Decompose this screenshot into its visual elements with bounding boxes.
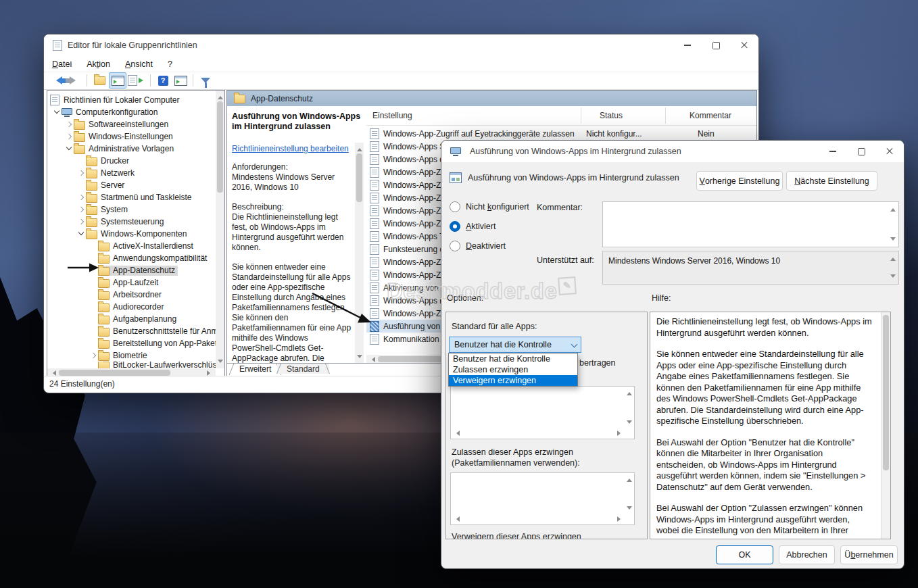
radio-icon[interactable] [450,201,460,212]
radio-icon[interactable] [450,241,460,251]
tree-item-benutzerschnittstelle[interactable]: Benutzerschnittstelle für Anmeldeinforma… [47,325,224,337]
radio-nicht-konfiguriert[interactable]: Nicht konfiguriert [450,201,529,212]
tree-item-startmenu-taskleiste[interactable]: Startmenü und Taskleiste [47,191,224,203]
list-item[interactable]: Windows-App-Zugriff auf Eyetrackinggerät… [366,127,756,140]
next-setting-button[interactable]: Nächste Einstellung [786,171,877,191]
radio-aktiviert[interactable]: Aktiviert [450,221,496,232]
back-icon[interactable] [49,73,65,88]
previous-setting-button[interactable]: Vorherige Einstellung [696,171,783,191]
maximize-icon[interactable] [847,141,875,162]
chevron-down-icon[interactable] [65,143,74,154]
close-icon[interactable] [730,34,758,56]
dropdown-item-verweigern-erzwingen[interactable]: Verweigern erzwingen [449,375,577,386]
scroll-down-icon[interactable] [218,360,223,366]
tree-item-arbeitsordner[interactable]: Arbeitsordner [47,289,224,301]
menu-aktion[interactable]: Aktion [87,59,110,69]
tree-item-audiorecorder[interactable]: Audiorecorder [47,301,224,313]
scroll-down-icon[interactable] [890,237,896,243]
tree-item-activex-installerdienst[interactable]: ActiveX-Installerdienst [47,240,224,252]
scroll-down-icon[interactable] [627,506,632,512]
edit-policy-link[interactable]: Richtlinieneinstellung bearbeiten [232,144,349,154]
minimize-icon[interactable] [819,141,847,162]
tree-item-systemsteuerung[interactable]: Systemsteuerung [47,216,224,228]
help-icon[interactable] [155,73,171,88]
tree-item-drucker[interactable]: Drucker [47,155,224,167]
scroll-right-icon[interactable] [207,370,213,376]
scroll-right-icon[interactable] [617,516,623,522]
tree-item-biometrie[interactable]: Biometrie [47,349,224,362]
show-properties-icon[interactable] [172,73,189,88]
apply-button[interactable]: Übernehmen [840,545,898,564]
tree-item-system[interactable]: System [47,203,224,216]
console-tree-icon[interactable] [109,72,126,89]
radio-deaktiviert[interactable]: Deaktiviert [450,241,506,251]
gpedit-titlebar[interactable]: Editor für lokale Gruppenrichtlinien [44,34,758,56]
tree-item-administrative-vorlagen[interactable]: Administrative Vorlagen [47,143,224,155]
menu-datei[interactable]: Datei [52,59,72,69]
description-vscroll-thumb[interactable] [356,153,362,202]
chevron-down-icon[interactable] [77,228,86,239]
scroll-up-icon[interactable] [627,389,632,395]
column-header-kommentar[interactable]: Kommentar [690,111,731,120]
user-control-apps-listbox[interactable] [450,386,635,439]
maximize-icon[interactable] [702,34,730,56]
tree-hscroll-thumb[interactable] [59,370,170,376]
scroll-left-icon[interactable] [454,431,460,436]
tree-item-softwareeinstellungen[interactable]: Softwareeinstellungen [47,118,224,130]
tree-item-bitlocker-clipped[interactable]: BitLocker-Laufwerkverschlüsselung [47,362,224,368]
chevron-down-icon[interactable] [53,107,62,118]
scroll-up-icon[interactable] [890,205,896,212]
dialog-titlebar[interactable]: Ausführung von Windows-Apps im Hintergru… [441,141,904,162]
export-list-icon[interactable] [128,73,146,88]
dropdown-item-zulassen-erzwingen[interactable]: Zulassen erzwingen [449,364,577,375]
chevron-right-icon[interactable] [65,131,74,142]
tab-standard[interactable]: Standard [277,364,329,374]
tree-item-root[interactable]: Richtlinien für Lokaler Computer [47,94,224,106]
scroll-left-icon[interactable] [454,516,460,522]
cancel-button[interactable]: Abbrechen [779,545,835,564]
force-allow-apps-listbox[interactable] [450,472,635,525]
tree-item-windows-einstellungen[interactable]: Windows-Einstellungen [47,130,224,143]
column-separator[interactable] [665,107,666,124]
radio-checked-icon[interactable] [450,221,460,232]
column-header-einstellung[interactable]: Einstellung [372,111,412,120]
scroll-up-icon[interactable] [357,145,362,151]
scroll-down-icon[interactable] [627,420,632,426]
chevron-right-icon[interactable] [65,119,74,130]
tree-item-anwendungskompatibilitaet[interactable]: Anwendungskompatibilität [47,252,224,264]
scroll-down-icon[interactable] [357,355,362,361]
scroll-left-icon[interactable] [369,357,375,362]
filter-icon[interactable] [197,73,214,88]
menu-ansicht[interactable]: Ansicht [125,59,153,69]
tree-item-netzwerk[interactable]: Netzwerk [47,167,224,179]
tree-item-aufgabenplanung[interactable]: Aufgabenplanung [47,313,224,325]
tree-item-bereitstellung-app-pakete[interactable]: Bereitstellung von App-Paketen [47,337,224,349]
close-icon[interactable] [875,141,904,162]
tree-vertical-scrollbar[interactable] [216,91,224,368]
chevron-right-icon[interactable] [89,350,98,361]
minimize-icon[interactable] [673,34,702,56]
help-vertical-scrollbar[interactable] [881,312,890,539]
tree-item-app-laufzeit[interactable]: App-Laufzeit [47,276,224,289]
chevron-right-icon[interactable] [77,216,86,227]
up-folder-icon[interactable] [91,73,107,88]
column-separator[interactable] [581,107,581,124]
column-header-status[interactable]: Status [600,111,623,120]
tree-item-app-datenschutz[interactable]: App-Datenschutz [47,264,224,276]
scroll-up-icon[interactable] [627,476,632,482]
ok-button[interactable]: OK [716,545,773,564]
scroll-up-icon[interactable] [218,93,223,99]
tree-item-server[interactable]: Server [47,179,224,191]
tree-item-windows-komponenten[interactable]: Windows-Komponenten [47,228,224,240]
dropdown-item-benutzer-kontrolle[interactable]: Benutzer hat die Kontrolle [449,353,577,364]
scroll-left-icon[interactable] [50,370,56,376]
menu-hilfe[interactable]: ? [168,59,172,69]
chevron-right-icon[interactable] [77,168,86,178]
help-vscroll-thumb[interactable] [883,315,889,470]
tree-vscroll-thumb[interactable] [217,101,223,193]
tree-item-computerkonfiguration[interactable]: Computerkonfiguration [47,106,224,118]
default-apps-combobox[interactable]: Benutzer hat die Kontrolle [449,337,581,353]
description-vertical-scrollbar[interactable] [355,143,364,364]
scroll-right-icon[interactable] [617,431,623,436]
tab-erweitert[interactable]: Erweitert [230,364,281,375]
